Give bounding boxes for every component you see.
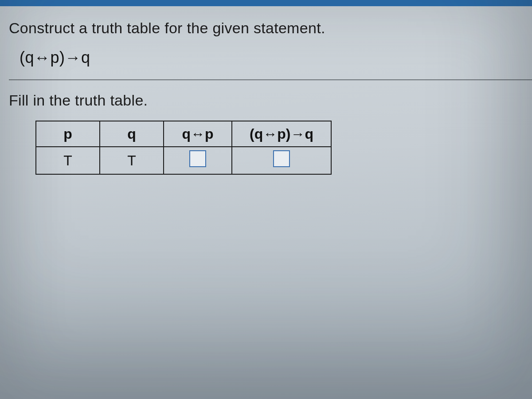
header-biconditional: q↔p	[164, 121, 232, 147]
question-content: Construct a truth table for the given st…	[0, 6, 532, 175]
header-q: q	[100, 121, 164, 147]
header-p: p	[36, 121, 100, 147]
instruction-text: Construct a truth table for the given st…	[9, 20, 523, 37]
cell-q-value: T	[100, 147, 164, 174]
fill-instruction-text: Fill in the truth table.	[9, 92, 523, 109]
answer-input-implication[interactable]	[273, 150, 290, 167]
truth-table: p q q↔p (q↔p)→q T T	[35, 121, 332, 175]
window-top-accent	[0, 0, 532, 6]
divider	[9, 79, 532, 80]
answer-input-biconditional[interactable]	[189, 150, 206, 167]
logical-statement: (q↔p)→q	[20, 48, 523, 67]
header-implication: (q↔p)→q	[232, 121, 331, 147]
truth-table-container: p q q↔p (q↔p)→q T T	[35, 121, 523, 175]
cell-biconditional-input	[164, 147, 232, 174]
table-header-row: p q q↔p (q↔p)→q	[36, 121, 331, 147]
cell-implication-input	[232, 147, 331, 174]
cell-p-value: T	[36, 147, 100, 174]
table-row: T T	[36, 147, 331, 174]
